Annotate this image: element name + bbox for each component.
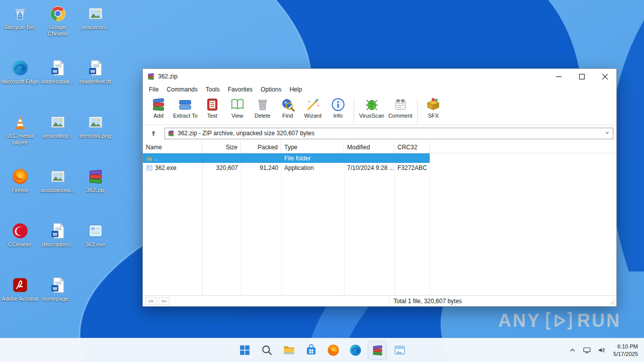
taskbar-edge-button[interactable] (346, 341, 365, 360)
word-icon: W (87, 59, 104, 76)
watermark-left-text: ANY (498, 310, 541, 331)
column-header-modified[interactable]: Modified (344, 141, 394, 153)
toolbar-button-label: Comment (388, 113, 413, 119)
column-header-crc32[interactable]: CRC32 (394, 141, 430, 153)
desktop-icon-recycle-bin[interactable]: Recycle Bin (1, 4, 39, 58)
anyrun-logo-icon (546, 310, 572, 332)
taskbar-open-window-button[interactable] (390, 341, 409, 360)
menu-commands[interactable]: Commands (163, 85, 201, 94)
archive-path-combobox[interactable]: 362.zip - ZIP archive, unpacked size 320… (165, 128, 613, 139)
desktop-icon-google-chrome[interactable]: Google Chrome (39, 4, 76, 58)
exe-icon (146, 164, 153, 171)
menu-file[interactable]: File (145, 85, 163, 94)
firefox-icon (327, 344, 340, 356)
winrar-icon (87, 168, 104, 185)
chrome-icon (49, 5, 66, 22)
taskbar-firefox-button[interactable] (324, 341, 343, 360)
delete-icon (255, 97, 270, 112)
file-modified: 7/10/2024 9:28 ... (347, 164, 394, 171)
desktop-icon-label: homepage... (42, 296, 73, 302)
toolbar-button-label: Delete (255, 113, 271, 119)
column-grid-line (241, 153, 242, 295)
image-icon (49, 168, 66, 185)
resize-grip-icon[interactable] (609, 299, 615, 305)
menu-options[interactable]: Options (257, 85, 285, 94)
menu-bar: FileCommandsToolsFavoritesOptionsHelp (143, 84, 616, 95)
minimize-button[interactable] (547, 69, 570, 84)
desktop-icon-label: peacecon... (81, 24, 110, 31)
desktop-icon-vlc-media-player[interactable]: VLC media player (1, 113, 39, 167)
title-bar[interactable]: 362.zip (143, 69, 616, 84)
info-icon (331, 97, 346, 112)
toolbar-info-button[interactable]: Info (326, 97, 351, 119)
tray-display-icon[interactable] (580, 341, 594, 360)
taskbar-start-button[interactable] (235, 341, 254, 360)
close-button[interactable] (593, 69, 616, 84)
toolbar-sfx-button[interactable]: SFX (421, 97, 446, 119)
drive-icon[interactable] (145, 297, 156, 305)
desktop-icon-362-exe[interactable]: 362.exe (76, 221, 114, 276)
taskbar-microsoft-store-button[interactable] (301, 341, 320, 360)
tray-speaker-icon[interactable] (595, 341, 608, 360)
anyrun-watermark: ANY RUN (498, 310, 621, 332)
watermark-right-text: RUN (577, 310, 621, 331)
column-grid-line (394, 153, 395, 295)
winrar-icon (371, 344, 384, 356)
toolbar-find-button[interactable]: Find (275, 97, 300, 119)
desktop-icon-label: addresstalk... (41, 78, 74, 85)
desktop-icon-homepage[interactable]: Whomepage... (39, 276, 76, 330)
desktop-icon-addresstalk[interactable]: Waddresstalk... (39, 58, 76, 113)
desktop-icon-description[interactable]: Wdescription... (39, 221, 76, 276)
toolbar-button-label: VirusScan (359, 113, 384, 119)
desktop-icon-adobe-acrobat[interactable]: Adobe Acrobat (1, 276, 39, 330)
taskbar-clock[interactable]: 6:10 PM 5/17/2025 (613, 343, 638, 358)
desktop-icon-grid: Recycle BinMicrosoft EdgeVLC media playe… (1, 4, 114, 330)
toolbar-virusscan-button[interactable]: VirusScan (357, 97, 386, 119)
column-header-size[interactable]: Size (202, 141, 241, 153)
taskbar-search-button[interactable] (257, 341, 276, 360)
taskbar-winrar-button[interactable] (368, 341, 387, 360)
image-icon (49, 114, 66, 131)
key-icon[interactable] (158, 297, 170, 305)
desktop-icon-ccleaner[interactable]: CCleaner (1, 221, 39, 276)
desktop-icon-362-zip[interactable]: 362.zip (76, 167, 114, 221)
winrar-app-icon (147, 72, 155, 80)
column-header-packed[interactable]: Packed (241, 141, 281, 153)
chevron-down-icon[interactable] (604, 130, 610, 137)
file-row-[interactable]: ..File folder (143, 153, 430, 163)
desktop-icon-label: Firefox (12, 187, 29, 194)
desktop-icon-peacecon[interactable]: peacecon... (76, 4, 114, 58)
menu-tools[interactable]: Tools (202, 85, 224, 94)
start-icon (238, 344, 251, 356)
desktop-icon-termshis-png[interactable]: termshis.png (76, 113, 114, 167)
up-one-level-button[interactable] (146, 127, 161, 139)
tray-chevron-up-icon[interactable] (566, 341, 579, 360)
desktop-icon-readerfeet-rtf[interactable]: Wreaderfeet.rtf (76, 58, 114, 113)
menu-favorites[interactable]: Favorites (224, 85, 257, 94)
column-header-name[interactable]: Name (143, 141, 202, 153)
maximize-button[interactable] (570, 69, 593, 84)
desktop-icon-microsoft-edge[interactable]: Microsoft Edge (1, 58, 39, 113)
taskbar-file-explorer-button[interactable] (279, 341, 298, 360)
toolbar-test-button[interactable]: Test (200, 97, 225, 119)
caption-buttons (547, 69, 616, 84)
sfx-icon (426, 97, 441, 112)
desktop-icon-label: termshis.png (79, 133, 111, 139)
file-name: .. (155, 155, 158, 162)
toolbar-view-button[interactable]: View (225, 97, 250, 119)
desktop-icon-label: Adobe Acrobat (2, 296, 38, 302)
desktop-icon-aroundbuy[interactable]: aroundbuy... (39, 113, 76, 167)
status-bar: Total 1 file, 320,607 bytes (143, 295, 616, 306)
toolbar-add-button[interactable]: Add (146, 97, 171, 119)
desktop-icon-firefox[interactable]: Firefox (1, 167, 39, 221)
toolbar-wizard-button[interactable]: Wizard (300, 97, 326, 119)
toolbar-extract-to-button[interactable]: Extract To (171, 97, 200, 119)
desktop-icon-assistancea[interactable]: assistancea... (39, 167, 76, 221)
column-header-type[interactable]: Type (281, 141, 344, 153)
toolbar-delete-button[interactable]: Delete (250, 97, 275, 119)
edge-icon (349, 344, 362, 356)
file-crc32: F3272ABC (397, 164, 427, 171)
toolbar-comment-button[interactable]: Comment (386, 97, 415, 119)
menu-help[interactable]: Help (285, 85, 306, 94)
file-row-362-exe[interactable]: 362.exe320,60791,240Application7/10/2024… (143, 163, 430, 172)
